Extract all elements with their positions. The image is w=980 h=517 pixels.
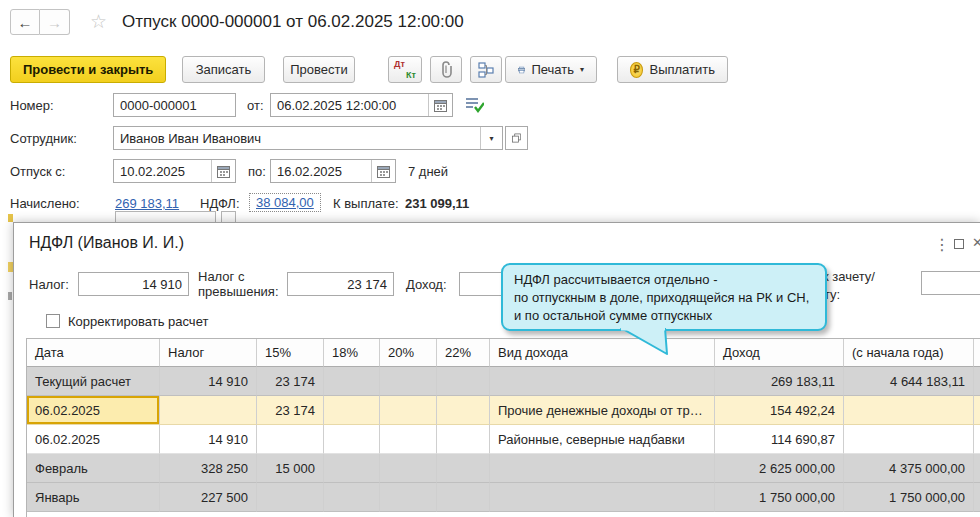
cell-date[interactable]: Текущий расчет (27, 367, 160, 396)
cell-18[interactable] (324, 367, 380, 396)
cell-ytd[interactable]: 4 644 183,11 (844, 367, 974, 396)
vacation-from-input[interactable]: 10.02.2025 (113, 159, 236, 183)
col-20[interactable]: 20% (380, 339, 437, 367)
back-arrow-icon: ← (18, 14, 33, 31)
tax-input[interactable]: 14 910 (78, 272, 189, 296)
col-tax[interactable]: Налог (160, 339, 257, 367)
cell-15[interactable] (257, 483, 324, 512)
close-icon[interactable]: ✕ (972, 235, 980, 250)
number-input[interactable]: 0000-000001 (113, 93, 236, 117)
cell-22[interactable] (437, 483, 490, 512)
col-15[interactable]: 15% (257, 339, 324, 367)
cell-income[interactable]: 2 625 000,00 (715, 454, 844, 483)
pay-label: Выплатить (649, 62, 715, 77)
favorite-star-icon[interactable]: ☆ (90, 10, 107, 33)
nav-buttons: ← → (10, 9, 70, 35)
vacation-from-calendar-button[interactable] (211, 160, 235, 182)
cell-22[interactable] (437, 425, 490, 454)
cell-22[interactable] (437, 396, 490, 425)
cell-15[interactable]: 23 174 (257, 396, 324, 425)
cell-18[interactable] (324, 483, 380, 512)
vacation-to-value: 16.02.2025 (277, 164, 371, 179)
maximize-icon[interactable] (954, 239, 964, 249)
cell-date[interactable]: 06.02.2025 (27, 396, 160, 425)
cell-18[interactable] (324, 454, 380, 483)
post-button[interactable]: Провести (283, 56, 355, 83)
cell-tax[interactable]: 14 910 (160, 425, 257, 454)
cell-income-type[interactable] (490, 367, 715, 396)
col-ytd[interactable]: (с начала года) (844, 339, 974, 367)
cell-15[interactable]: 15 000 (257, 454, 324, 483)
save-button[interactable]: Записать (182, 56, 265, 83)
cell-date[interactable]: Январь (27, 483, 160, 512)
accrued-link[interactable]: 269 183,11 (115, 196, 179, 211)
back-button[interactable]: ← (10, 9, 40, 35)
col-income[interactable]: Доход (715, 339, 844, 367)
cell-date[interactable]: Февраль (27, 454, 160, 483)
cell-18[interactable] (324, 425, 380, 454)
print-button[interactable]: Печать ▾ (505, 56, 597, 83)
cell-tax[interactable]: 227 500 (160, 483, 257, 512)
cell-tax[interactable]: 328 250 (160, 454, 257, 483)
document-datetime-input[interactable]: 06.02.2025 12:00:00 (270, 93, 453, 117)
vacation-days: 7 дней (408, 164, 448, 179)
dtkt-button[interactable]: ДтКт (388, 56, 422, 83)
excess-tax-input[interactable]: 23 174 (287, 272, 394, 296)
col-22[interactable]: 22% (437, 339, 490, 367)
col-date[interactable]: Дата (27, 339, 160, 367)
col-income-type[interactable]: Вид дохода (490, 339, 715, 367)
cell-income[interactable]: 114 690,87 (715, 425, 844, 454)
table-row[interactable]: Февраль 328 250 15 000 2 625 000,00 4 37… (27, 454, 980, 483)
attachments-button[interactable] (430, 56, 462, 83)
forward-button[interactable]: → (40, 9, 70, 35)
cell-15[interactable] (257, 425, 324, 454)
set-time-button[interactable] (464, 95, 484, 116)
cell-income-type[interactable]: Районные, северные надбавки (490, 425, 715, 454)
cell-tax[interactable]: 14 910 (160, 367, 257, 396)
cell-20[interactable] (380, 483, 437, 512)
hint-tooltip: НДФЛ рассчитывается отдельно - по отпуск… (501, 263, 827, 331)
adjust-calculation-checkbox[interactable] (46, 314, 60, 328)
table-row[interactable]: Январь 227 500 1 750 000,00 1 750 000,00 (27, 483, 980, 512)
cell-ytd[interactable]: 1 750 000,00 (844, 483, 974, 512)
cell-15[interactable]: 23 174 (257, 367, 324, 396)
related-documents-button[interactable] (470, 56, 502, 83)
ndfl-dialog: НДФЛ (Иванов И. И.) ⋮ ✕ Налог: 14 910 На… (13, 222, 980, 517)
tax-offset-input[interactable] (921, 271, 980, 295)
cell-income-type[interactable]: Прочие денежные доходы от тр… (490, 396, 715, 425)
cell-22[interactable] (437, 367, 490, 396)
cell-18[interactable] (324, 396, 380, 425)
calendar-picker-button[interactable] (428, 94, 452, 116)
cell-tax[interactable] (160, 396, 257, 425)
cell-22[interactable] (437, 454, 490, 483)
vacation-from-label: Отпуск с: (10, 164, 65, 179)
ndfl-link[interactable]: 38 084,00 (249, 193, 321, 212)
table-row-selected[interactable]: 06.02.2025 23 174 Прочие денежные доходы… (27, 396, 980, 425)
cell-20[interactable] (380, 367, 437, 396)
cell-20[interactable] (380, 396, 437, 425)
employee-dropdown-button[interactable]: ▾ (480, 127, 502, 149)
table-row[interactable]: 06.02.2025 14 910 Районные, северные над… (27, 425, 980, 454)
employee-input[interactable]: Иванов Иван Иванович ▾ (113, 126, 503, 150)
cell-income-type[interactable] (490, 483, 715, 512)
pay-button[interactable]: ₽ Выплатить (617, 56, 728, 83)
more-menu-icon[interactable]: ⋮ (934, 235, 950, 254)
vacation-to-calendar-button[interactable] (371, 160, 395, 182)
forward-arrow-icon: → (47, 14, 62, 31)
cell-income-type[interactable] (490, 454, 715, 483)
table-row[interactable]: Текущий расчет 14 910 23 174 269 183,11 … (27, 367, 980, 396)
cell-ytd[interactable] (844, 425, 974, 454)
cell-income[interactable]: 1 750 000,00 (715, 483, 844, 512)
paperclip-icon (438, 61, 454, 79)
cell-ytd[interactable]: 4 375 000,00 (844, 454, 974, 483)
post-and-close-button[interactable]: Провести и закрыть (10, 56, 166, 83)
cell-20[interactable] (380, 454, 437, 483)
cell-income[interactable]: 154 492,24 (715, 396, 844, 425)
open-employee-button[interactable] (505, 126, 528, 150)
vacation-to-input[interactable]: 16.02.2025 (270, 159, 396, 183)
cell-ytd[interactable] (844, 396, 974, 425)
cell-income[interactable]: 269 183,11 (715, 367, 844, 396)
cell-date[interactable]: 06.02.2025 (27, 425, 160, 454)
col-18[interactable]: 18% (324, 339, 380, 367)
cell-20[interactable] (380, 425, 437, 454)
